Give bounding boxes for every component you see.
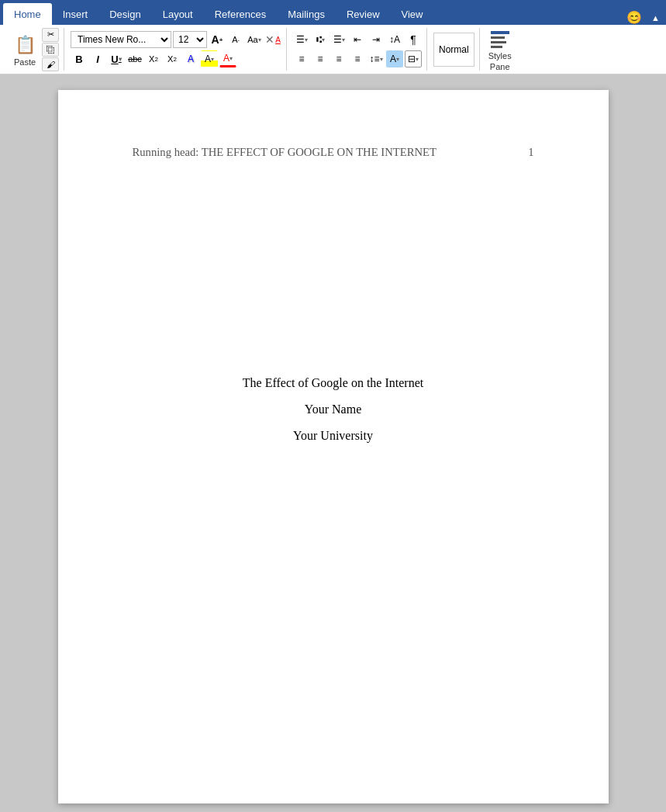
paragraph-row1: ☰▾ ⑆▾ ☰▾ ⇤ ⇥ ↕A ¶: [293, 31, 422, 48]
superscript-button[interactable]: X2: [164, 50, 181, 67]
paste-button[interactable]: 📋 Paste: [9, 31, 40, 68]
styles-pane-button[interactable]: StylesPane: [481, 23, 519, 74]
font-shrink-button[interactable]: A-: [227, 31, 244, 48]
bold-button[interactable]: B: [71, 50, 88, 67]
tab-design[interactable]: Design: [98, 3, 151, 25]
document-author[interactable]: Your Name: [305, 403, 361, 416]
font-size-select[interactable]: 12: [173, 31, 207, 48]
borders-button[interactable]: ⊟▾: [405, 50, 422, 67]
format-painter-button[interactable]: 🖌: [42, 57, 59, 71]
document-area: Running head: THE EFFECT OF GOOGLE ON TH…: [0, 74, 666, 812]
tab-home[interactable]: Home: [3, 3, 52, 25]
shading-button[interactable]: A▾: [386, 50, 403, 67]
copy-button[interactable]: ⿻: [42, 43, 59, 57]
document-title[interactable]: The Effect of Google on the Internet: [243, 376, 423, 390]
document-page: Running head: THE EFFECT OF GOOGLE ON TH…: [58, 90, 609, 803]
tab-insert[interactable]: Insert: [52, 3, 99, 25]
page-content: The Effect of Google on the Internet You…: [133, 376, 534, 443]
clipboard-section: 📋 Paste ✂ ⿻ 🖌: [5, 28, 64, 71]
text-effects-button[interactable]: A: [182, 50, 199, 67]
svg-rect-1: [491, 36, 505, 39]
ribbon-tabs-bar: Home Insert Design Layout References Mai…: [0, 0, 666, 25]
numbering-button[interactable]: ⑆▾: [312, 31, 329, 48]
user-area[interactable]: 😊 ▲: [626, 10, 666, 25]
bullets-button[interactable]: ☰▾: [293, 31, 310, 48]
font-row2: B I U▾ abc X2 X2 A A▾ A▾: [71, 50, 281, 67]
svg-rect-2: [491, 41, 506, 43]
italic-button[interactable]: I: [89, 50, 106, 67]
styles-pane-icon: [488, 26, 512, 51]
styles-section: Normal: [429, 28, 480, 71]
svg-rect-3: [491, 46, 502, 48]
show-hide-button[interactable]: ¶: [405, 31, 422, 48]
paragraph-row2: ≡ ≡ ≡ ≡ ↕≡▾ A▾ ⊟▾: [293, 50, 422, 67]
cut-button[interactable]: ✂: [42, 28, 59, 42]
multilevel-list-button[interactable]: ☰▾: [330, 31, 347, 48]
styles-pane-label: StylesPane: [488, 51, 512, 71]
tab-mailings[interactable]: Mailings: [277, 3, 336, 25]
svg-rect-0: [491, 31, 509, 34]
document-university[interactable]: Your University: [293, 429, 373, 443]
paragraph-section: ☰▾ ⑆▾ ☰▾ ⇤ ⇥ ↕A ¶ ≡ ≡ ≡ ≡ ↕≡▾ A▾ ⊟▾: [288, 28, 427, 71]
styles-row: Normal: [433, 33, 474, 67]
clear-formatting-button[interactable]: ✕A: [264, 31, 281, 48]
increase-indent-button[interactable]: ⇥: [368, 31, 385, 48]
running-head: Running head: THE EFFECT OF GOOGLE ON TH…: [133, 146, 437, 159]
strikethrough-button[interactable]: abc: [126, 50, 143, 67]
tab-layout[interactable]: Layout: [152, 3, 204, 25]
ribbon-minimize-icon[interactable]: ▲: [651, 13, 660, 22]
ribbon-toolbar: 📋 Paste ✂ ⿻ 🖌 Times New Ro... 12 A+ A- A…: [0, 25, 666, 74]
clipboard-small-buttons: ✂ ⿻ 🖌: [42, 28, 59, 71]
change-case-button[interactable]: Aa▾: [246, 31, 263, 48]
font-section: Times New Ro... 12 A+ A- Aa▾ ✕A B I U▾ a…: [66, 28, 287, 71]
font-name-select[interactable]: Times New Ro...: [71, 31, 171, 48]
highlight-color-button[interactable]: A▾: [201, 50, 218, 67]
font-row1: Times New Ro... 12 A+ A- Aa▾ ✕A: [71, 31, 281, 48]
paste-icon: 📋: [12, 33, 37, 57]
tab-view[interactable]: View: [391, 3, 434, 25]
align-right-button[interactable]: ≡: [330, 50, 347, 67]
line-spacing-button[interactable]: ↕≡▾: [368, 50, 385, 67]
align-center-button[interactable]: ≡: [312, 50, 329, 67]
align-left-button[interactable]: ≡: [293, 50, 310, 67]
justify-button[interactable]: ≡: [349, 50, 366, 67]
font-grow-button[interactable]: A+: [209, 31, 226, 48]
subscript-button[interactable]: X2: [145, 50, 162, 67]
paste-label: Paste: [14, 57, 36, 67]
page-header: Running head: THE EFFECT OF GOOGLE ON TH…: [133, 146, 534, 159]
font-color-button[interactable]: A▾: [219, 50, 236, 67]
sort-button[interactable]: ↕A: [386, 31, 403, 48]
underline-button[interactable]: U▾: [108, 50, 125, 67]
tab-review[interactable]: Review: [336, 3, 391, 25]
styles-gallery[interactable]: Normal: [433, 33, 474, 67]
clipboard-area: 📋 Paste ✂ ⿻ 🖌: [9, 28, 59, 71]
user-icon: 😊: [626, 10, 642, 25]
page-number: 1: [528, 146, 533, 159]
decrease-indent-button[interactable]: ⇤: [349, 31, 366, 48]
tab-references[interactable]: References: [204, 3, 277, 25]
